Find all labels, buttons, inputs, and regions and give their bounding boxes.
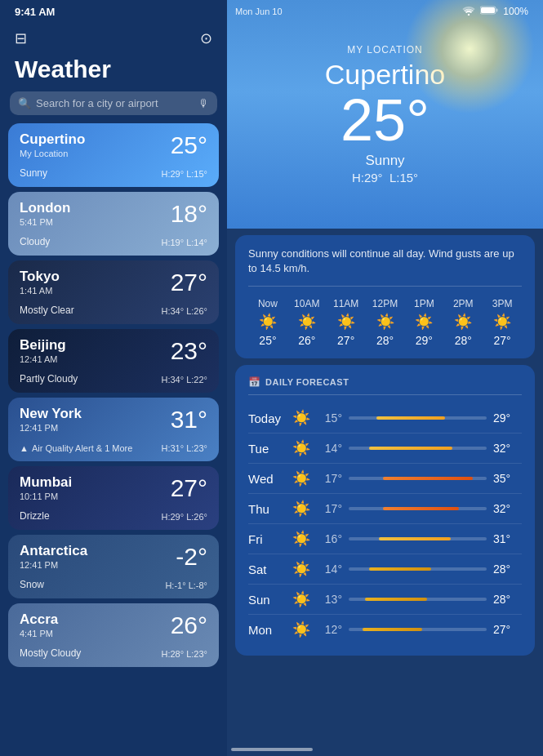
city-hl: H:34° L:22° [162,375,208,385]
city-name: London [20,200,70,216]
hour-item: 1PM ☀️ 29° [404,298,443,347]
hour-icon: ☀️ [454,313,472,331]
hour-label: 1PM [414,298,434,309]
svg-rect-3 [496,9,498,12]
weather-hero: MY LOCATION Cupertino 25° Sunny H:29° L:… [227,0,543,229]
hour-icon: ☀️ [259,313,277,331]
daily-high: 28° [493,563,522,576]
daily-bar-container [349,598,487,601]
forecast-description: Sunny conditions will continue all day. … [248,247,522,287]
city-hl: H:34° L:26° [162,306,208,316]
daily-forecast-label: DAILY FORECAST [265,377,349,387]
daily-forecast-section: 📅 DAILY FORECAST Today ☀️ 15° 29° Tue ☀️… [235,365,535,656]
city-name: Tokyo [20,269,60,285]
hero-high-low: H:29° L:15° [352,171,418,185]
hero-temperature: 25° [340,91,430,149]
city-temp: 27° [171,269,207,296]
hour-item: 11AM ☀️ 27° [327,298,366,347]
city-card[interactable]: London 5:41 PM 18° Cloudy H:19° L:14° [8,192,219,256]
city-list: Cupertino My Location 25° Sunny H:29° L:… [0,123,227,756]
daily-high: 27° [493,623,522,636]
daily-row: Thu ☀️ 17° 32° [248,494,522,524]
city-temp: 27° [171,474,207,502]
more-options-icon[interactable]: ⊙ [200,29,212,47]
city-hl: H:28° L:23° [162,649,208,659]
daily-bar [376,416,446,420]
city-hl: H:19° L:14° [162,238,208,247]
daily-forecast-header: 📅 DAILY FORECAST [248,376,522,395]
hour-item: 10AM ☀️ 26° [287,298,327,347]
city-card[interactable]: Antarctica 12:41 PM -2° Snow H:-1° L:-8° [8,535,219,598]
city-card[interactable]: Tokyo 1:41 AM 27° Mostly Clear H:34° L:2… [8,260,219,324]
daily-bar [369,567,431,571]
daily-bar-container [349,447,487,450]
hour-icon: ☀️ [337,313,355,331]
hour-item: 2PM ☀️ 28° [443,298,483,347]
sidebar-toggle-icon[interactable]: ⊟ [15,29,27,47]
daily-bar [369,447,452,450]
svg-rect-2 [481,7,495,13]
daily-low: 13° [314,593,342,606]
daily-day: Tue [248,442,289,456]
daily-low: 17° [314,472,342,485]
hour-item: Now ☀️ 25° [248,298,287,347]
right-panel: MY LOCATION Cupertino 25° Sunny H:29° L:… [227,0,543,756]
daily-bar-container [349,477,487,480]
daily-low: 17° [314,502,342,515]
daily-day: Sun [248,593,289,607]
daily-high: 31° [493,532,522,545]
daily-bar-container [349,507,487,510]
daily-day: Mon [248,623,289,637]
hour-temp: 28° [376,334,394,347]
city-card[interactable]: Beijing 12:41 AM 23° Partly Cloudy H:34°… [8,329,219,393]
city-card[interactable]: Mumbai 10:11 PM 27° Drizzle H:29° L:26° [8,466,219,530]
svg-point-0 [468,13,470,15]
city-hl: H:31° L:23° [162,443,208,453]
hourly-row: Now ☀️ 25° 10AM ☀️ 26° 11AM ☀️ 27° 12PM … [248,298,522,347]
search-icon: 🔍 [18,97,31,109]
search-bar[interactable]: 🔍 🎙 [10,91,217,115]
daily-high: 32° [493,442,522,455]
daily-day: Today [248,411,289,425]
daily-icon: ☀️ [289,530,314,548]
hour-temp: 25° [259,334,276,347]
wifi-icon [462,6,475,18]
daily-icon: ☀️ [289,560,314,578]
hour-label: Now [258,298,278,309]
search-input[interactable] [36,97,194,109]
left-header: ⊟ ⊙ [0,23,227,52]
daily-row: Sat ☀️ 14° 28° [248,554,522,585]
app-title: Weather [0,52,227,91]
hour-item: 12PM ☀️ 28° [366,298,405,347]
status-bar: 9:41 AM Mon Jun 10 100% [0,0,543,23]
hour-temp: 26° [298,334,315,347]
city-card[interactable]: Cupertino My Location 25° Sunny H:29° L:… [8,123,219,187]
battery-icon [480,6,498,17]
daily-low: 15° [314,411,342,425]
hour-label: 10AM [294,298,319,309]
microphone-icon[interactable]: 🎙 [198,97,209,109]
city-card[interactable]: Accra 4:41 PM 26° Mostly Cloudy H:28° L:… [8,603,219,667]
battery-percent: 100% [503,6,528,17]
city-name: New York [20,406,82,422]
daily-icon: ☀️ [289,500,314,518]
city-temp: -2° [176,543,207,571]
city-hl: H:-1° L:-8° [165,580,207,590]
city-temp: 23° [171,337,207,365]
daily-row: Sun ☀️ 13° 28° [248,585,522,615]
daily-row: Tue ☀️ 14° 32° [248,434,522,464]
hour-icon: ☀️ [493,313,511,331]
city-card[interactable]: New York 12:41 PM 31° ▲Air Quality Alert… [8,398,219,461]
city-temp: 25° [171,131,207,159]
daily-low: 12° [314,623,342,636]
status-indicators: 100% [462,6,528,18]
calendar-icon: 📅 [248,376,260,388]
daily-day: Wed [248,472,289,486]
daily-day: Thu [248,502,289,516]
city-name: Cupertino [20,131,85,148]
hour-icon: ☀️ [415,313,433,331]
hero-condition: Sunny [365,153,404,169]
daily-icon: ☀️ [289,469,314,487]
daily-icon: ☀️ [289,590,314,608]
hour-icon: ☀️ [376,313,394,331]
